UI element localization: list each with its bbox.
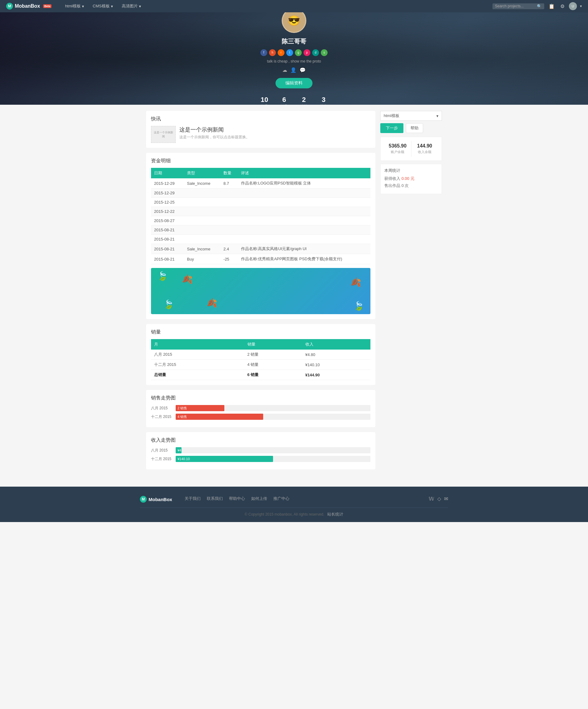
footer-link-promote[interactable]: 推广中心 bbox=[273, 496, 289, 501]
table-row: 2015-08-21 bbox=[151, 235, 370, 244]
stat-followers: 2 粉丝 bbox=[300, 96, 308, 105]
chevron-down-icon: ▾ bbox=[82, 4, 84, 9]
balance-row: 5365.90 账户余额 144.90 收入余额 bbox=[384, 141, 438, 157]
nav-html[interactable]: html模板 ▾ bbox=[61, 0, 88, 12]
email-icon[interactable]: 👤 bbox=[290, 67, 297, 73]
social-icons: f h r t g p d s bbox=[260, 49, 328, 56]
sales-col-qty: 销量 bbox=[245, 339, 302, 349]
leaf-icon: 🍂 bbox=[182, 274, 193, 284]
account-balance: 5365.90 账户余额 bbox=[384, 141, 411, 157]
col-type: 类型 bbox=[184, 168, 220, 178]
user-bio: talk is cheap , show me the proto bbox=[267, 59, 321, 63]
footer-wechat-icon[interactable]: ✉ bbox=[444, 496, 448, 502]
sales-title: 销量 bbox=[151, 329, 370, 335]
sales-col-month: 月 bbox=[151, 339, 245, 349]
table-row: 2015-12-22 bbox=[151, 207, 370, 216]
help-button[interactable]: 帮助 bbox=[406, 123, 423, 133]
edit-profile-button[interactable]: 编辑资料 bbox=[276, 78, 312, 88]
gear-icon[interactable]: ⚙ bbox=[559, 2, 566, 10]
sales-col-income: 收入 bbox=[302, 339, 371, 349]
search-box[interactable]: 🔍 bbox=[492, 3, 544, 9]
social-icon-tw[interactable]: t bbox=[286, 49, 293, 56]
header: M MobanBox Beta html模板 ▾ CMS模板 ▾ 高清图片 ▾ … bbox=[0, 0, 588, 12]
social-icon-p[interactable]: p bbox=[304, 49, 310, 56]
user-avatar[interactable]: U bbox=[569, 2, 577, 10]
social-icon-html[interactable]: h bbox=[269, 49, 276, 56]
search-icon[interactable]: 🔍 bbox=[537, 4, 542, 9]
news-body: 这是一个示例新闻 这是一个示例新闻，你可以点击标题置换。 bbox=[179, 126, 250, 140]
col-amount: 数量 bbox=[220, 168, 238, 178]
table-row: 十二月 20154 销量¥140.10 bbox=[151, 360, 370, 370]
income-chart-section: 收入走势图 八月 2015 ¥4 十二月 2015 ¥140.10 bbox=[146, 432, 375, 469]
leaf-icon: 🍂 bbox=[206, 298, 217, 308]
news-headline[interactable]: 这是一个示例新闻 bbox=[179, 126, 250, 133]
nav-hd[interactable]: 高清图片 ▾ bbox=[118, 0, 146, 12]
chart-label: 八月 2015 bbox=[151, 405, 173, 411]
search-input[interactable] bbox=[495, 4, 535, 8]
chart-label: 十二月 2015 bbox=[151, 456, 173, 462]
username: 陈三哥哥 bbox=[282, 37, 306, 46]
wechat-icon[interactable]: 💬 bbox=[300, 67, 306, 73]
social-icon-s[interactable]: s bbox=[321, 49, 328, 56]
footer-weibo-icon[interactable]: 𝕎 bbox=[429, 496, 434, 502]
chart-bar-row: 八月 2015 2 销售 bbox=[151, 405, 370, 411]
right-panel: html模板 ▾ 下一步 帮助 5365.90 账户余额 144.90 收入余额… bbox=[380, 111, 442, 197]
nav-cms[interactable]: CMS模板 ▾ bbox=[88, 0, 118, 12]
stat-sales: 6 销量 bbox=[280, 96, 288, 105]
social-icon-rss[interactable]: r bbox=[278, 49, 284, 56]
footer-inner: M MobanBox 关于我们 联系我们 帮助中心 如何上传 推广中心 𝕎 ◇ … bbox=[140, 496, 448, 503]
table-row: 2015-08-27 bbox=[151, 216, 370, 226]
sales-chart-title: 销售走势图 bbox=[151, 395, 370, 401]
type-dropdown[interactable]: html模板 ▾ bbox=[380, 111, 442, 121]
calendar-icon[interactable]: 📋 bbox=[547, 2, 556, 10]
beta-badge: Beta bbox=[43, 4, 52, 8]
table-row: 2015-08-21Buy-25作品名称:优秀精美APP网页图板 PSD免费下载… bbox=[151, 254, 370, 264]
news-desc: 这是一个示例新闻，你可以点击标题置换。 bbox=[179, 135, 250, 140]
leaf-icon: 🍃 bbox=[354, 301, 364, 311]
footer-link-help[interactable]: 帮助中心 bbox=[229, 496, 245, 501]
income-balance: 144.90 收入余额 bbox=[411, 141, 438, 157]
news-title: 快讯 bbox=[151, 116, 370, 122]
account-amount: 5365.90 bbox=[387, 143, 409, 149]
bar: ¥140.10 bbox=[176, 456, 273, 462]
sales-chart-section: 销售走势图 八月 2015 2 销售 十二月 2015 4 销售 bbox=[146, 390, 375, 427]
news-section: 快讯 这是一个示例新闻 这是一个示例新闻 这是一个示例新闻，你可以点击标题置换。 bbox=[146, 111, 375, 148]
chevron-down-icon: ▾ bbox=[436, 114, 438, 118]
download-button[interactable]: 下一步 bbox=[380, 123, 403, 133]
weibo-icon[interactable]: ☁ bbox=[282, 67, 287, 73]
bar-container: ¥4 bbox=[176, 447, 370, 453]
footer-logo[interactable]: M MobanBox bbox=[140, 496, 172, 503]
footer-link-upload[interactable]: 如何上传 bbox=[251, 496, 267, 501]
chart-label: 八月 2015 bbox=[151, 448, 173, 453]
table-row: 总销量6 销量¥144.90 bbox=[151, 370, 370, 380]
sales-table: 月 销量 收入 八月 20152 销量¥4.80十二月 20154 销量¥140… bbox=[151, 339, 370, 380]
avatar: 😎 bbox=[282, 12, 306, 33]
footer-link-about[interactable]: 关于我们 bbox=[185, 496, 201, 501]
social-icon-g[interactable]: g bbox=[295, 49, 302, 56]
logo[interactable]: M MobanBox Beta bbox=[6, 3, 51, 9]
social-icon-d[interactable]: d bbox=[312, 49, 319, 56]
weekly-stats: 本周统计 获得收入 0.00 元 售出作品 0 次 bbox=[380, 164, 442, 194]
social-icon-fb[interactable]: f bbox=[260, 49, 267, 56]
stats-row: 10 作品 6 销量 2 粉丝 3 关注 bbox=[261, 96, 327, 105]
chevron-down-icon: ▾ bbox=[139, 4, 141, 9]
main-content: 快讯 这是一个示例新闻 这是一个示例新闻 这是一个示例新闻，你可以点击标题置换。… bbox=[140, 105, 448, 480]
finance-table: 日期 类型 数量 评述 2015-12-29Sale_Income8.7作品名称… bbox=[151, 168, 370, 264]
ad-banner: 🍃 🍂 🍃 🍂 🍃 🍂 bbox=[151, 268, 370, 314]
table-row: 2015-08-21 bbox=[151, 226, 370, 235]
footer: M MobanBox 关于我们 联系我们 帮助中心 如何上传 推广中心 𝕎 ◇ … bbox=[0, 487, 588, 522]
leaf-icon: 🍂 bbox=[350, 277, 361, 287]
finance-title: 资金明细 bbox=[151, 158, 370, 164]
balance-card: 5365.90 账户余额 144.90 收入余额 bbox=[380, 137, 442, 161]
bar: 2 销售 bbox=[176, 405, 224, 411]
footer-qq-icon[interactable]: ◇ bbox=[437, 496, 441, 502]
chart-label: 十二月 2015 bbox=[151, 414, 173, 419]
footer-link-contact[interactable]: 联系我们 bbox=[207, 496, 223, 501]
footer-stats-link[interactable]: 站长统计 bbox=[327, 512, 343, 517]
news-image: 这是一个示例新闻 bbox=[151, 126, 176, 143]
bar: ¥4 bbox=[176, 447, 181, 453]
left-panel: 快讯 这是一个示例新闻 这是一个示例新闻 这是一个示例新闻，你可以点击标题置换。… bbox=[146, 111, 375, 474]
user-menu-arrow[interactable]: ▾ bbox=[580, 4, 582, 8]
hero-section: 😎 陈三哥哥 f h r t g p d s talk is cheap , s… bbox=[0, 12, 588, 105]
leaf-icon: 🍃 bbox=[163, 299, 174, 310]
